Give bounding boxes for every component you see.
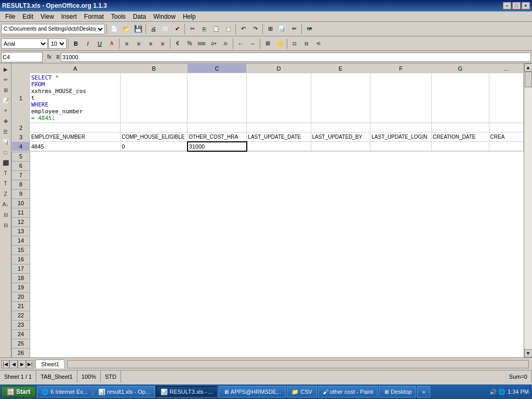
- sidebar-icon-6[interactable]: ✥: [1, 116, 10, 126]
- cell-f13[interactable]: [394, 227, 456, 236]
- cell-c10[interactable]: [202, 198, 264, 208]
- spellcheck-button[interactable]: ✔: [171, 23, 183, 35]
- cell-c13[interactable]: [202, 227, 264, 236]
- scroll-thumb[interactable]: [525, 72, 532, 87]
- cell-a25[interactable]: [30, 339, 134, 348]
- cell-b16[interactable]: [134, 255, 202, 264]
- cell-f26[interactable]: [394, 348, 456, 357]
- menu-view[interactable]: View: [37, 12, 57, 21]
- cell-f1[interactable]: [370, 73, 432, 123]
- font-size-select[interactable]: 10: [48, 38, 66, 49]
- cell-d14[interactable]: [264, 236, 331, 245]
- sidebar-icon-13[interactable]: Z: [1, 189, 10, 198]
- cell-g14[interactable]: [456, 236, 518, 245]
- vertical-scrollbar[interactable]: ▲ ▼: [524, 63, 532, 357]
- cell-c6[interactable]: [202, 161, 264, 170]
- cell-c18[interactable]: [202, 273, 264, 283]
- cell-f5[interactable]: [394, 152, 456, 161]
- merge-cells-button[interactable]: ⊡: [289, 38, 300, 49]
- cell-b17[interactable]: [134, 264, 202, 273]
- sidebar-icon-12[interactable]: T: [1, 179, 10, 188]
- col-header-h[interactable]: ...: [489, 64, 523, 73]
- cell-f25[interactable]: [394, 339, 456, 348]
- cell-g11[interactable]: [456, 208, 518, 217]
- redo-button[interactable]: ↷: [249, 23, 261, 35]
- cell-b8[interactable]: [134, 180, 202, 189]
- cell-f24[interactable]: [394, 329, 456, 339]
- cell-c1[interactable]: [188, 73, 247, 123]
- cell-f6[interactable]: [394, 161, 456, 170]
- sidebar-icon-7[interactable]: ☰: [1, 127, 10, 136]
- cell-g1[interactable]: [432, 73, 489, 123]
- menu-file[interactable]: File: [2, 12, 18, 21]
- cell-d10[interactable]: [264, 198, 331, 208]
- cell-d11[interactable]: [264, 208, 331, 217]
- cell-g16[interactable]: [456, 255, 518, 264]
- decimal-inc-button[interactable]: .0+: [208, 38, 219, 49]
- sidebar-icon-5[interactable]: ⌖: [1, 106, 10, 115]
- cell-g5[interactable]: [456, 152, 518, 161]
- cell-g26[interactable]: [456, 348, 518, 357]
- cell-g23[interactable]: [456, 320, 518, 329]
- cell-e5[interactable]: [331, 152, 394, 161]
- menu-tools[interactable]: Tools: [108, 12, 129, 21]
- copy-button[interactable]: ⎘: [198, 23, 210, 35]
- cell-h12[interactable]: [518, 217, 524, 227]
- cell-g3[interactable]: CREATION_DATE: [432, 132, 489, 142]
- cell-b6[interactable]: [134, 161, 202, 170]
- cell-c7[interactable]: [202, 170, 264, 180]
- cell-b21[interactable]: [134, 301, 202, 311]
- sidebar-icon-16[interactable]: ⊟: [1, 220, 10, 230]
- cell-b26[interactable]: [134, 348, 202, 357]
- sidebar-icon-4[interactable]: 📝: [1, 96, 10, 105]
- cell-e10[interactable]: [331, 198, 394, 208]
- cell-d1[interactable]: [247, 73, 311, 123]
- taskbar-item-desktop[interactable]: 🖥 Desktop: [379, 386, 416, 397]
- cell-h15[interactable]: [518, 245, 524, 255]
- cell-h17[interactable]: [518, 264, 524, 273]
- font-name-select[interactable]: Arial: [1, 38, 48, 49]
- scroll-track[interactable]: [524, 72, 533, 349]
- cell-g9[interactable]: [456, 189, 518, 198]
- cell-d5[interactable]: [264, 152, 331, 161]
- cell-f20[interactable]: [394, 292, 456, 301]
- cell-e3[interactable]: LAST_UPDATED_BY: [311, 132, 370, 142]
- sidebar-icon-15[interactable]: ⊟: [1, 210, 10, 219]
- paste-special-button[interactable]: 📋: [222, 23, 234, 35]
- border-button[interactable]: ⊞: [262, 38, 273, 49]
- cell-g21[interactable]: [456, 301, 518, 311]
- cell-b2[interactable]: [121, 123, 188, 132]
- cell-e6[interactable]: [331, 161, 394, 170]
- cell-c15[interactable]: [202, 245, 264, 255]
- cell-h24[interactable]: [518, 329, 524, 339]
- cell-a22[interactable]: [30, 311, 134, 320]
- cell-e12[interactable]: [331, 217, 394, 227]
- cell-b11[interactable]: [134, 208, 202, 217]
- taskbar-item-paint[interactable]: 🖌 other cost - Paint: [318, 386, 378, 397]
- cell-c19[interactable]: [202, 283, 264, 292]
- cell-b19[interactable]: [134, 283, 202, 292]
- wrap-text-button[interactable]: ⟲: [313, 38, 324, 49]
- cell-f4[interactable]: [370, 142, 432, 151]
- cell-d4[interactable]: [247, 142, 311, 151]
- cell-g8[interactable]: [456, 180, 518, 189]
- cell-c9[interactable]: [202, 189, 264, 198]
- italic-button[interactable]: I: [82, 38, 94, 49]
- cell-c17[interactable]: [202, 264, 264, 273]
- cell-h14[interactable]: [518, 236, 524, 245]
- sidebar-icon-14[interactable]: A↓: [1, 200, 10, 209]
- insert-chart-button[interactable]: 📊: [276, 23, 288, 35]
- cell-a2[interactable]: [30, 123, 121, 132]
- cell-e16[interactable]: [331, 255, 394, 264]
- cell-f18[interactable]: [394, 273, 456, 283]
- col-header-g[interactable]: G: [432, 64, 489, 73]
- cell-e24[interactable]: [331, 329, 394, 339]
- cell-d13[interactable]: [264, 227, 331, 236]
- cell-d16[interactable]: [264, 255, 331, 264]
- cell-c22[interactable]: [202, 311, 264, 320]
- cell-e15[interactable]: [331, 245, 394, 255]
- currency-button[interactable]: €: [172, 38, 183, 49]
- cell-a10[interactable]: [30, 198, 134, 208]
- cell-g10[interactable]: [456, 198, 518, 208]
- col-header-a[interactable]: A: [30, 64, 121, 73]
